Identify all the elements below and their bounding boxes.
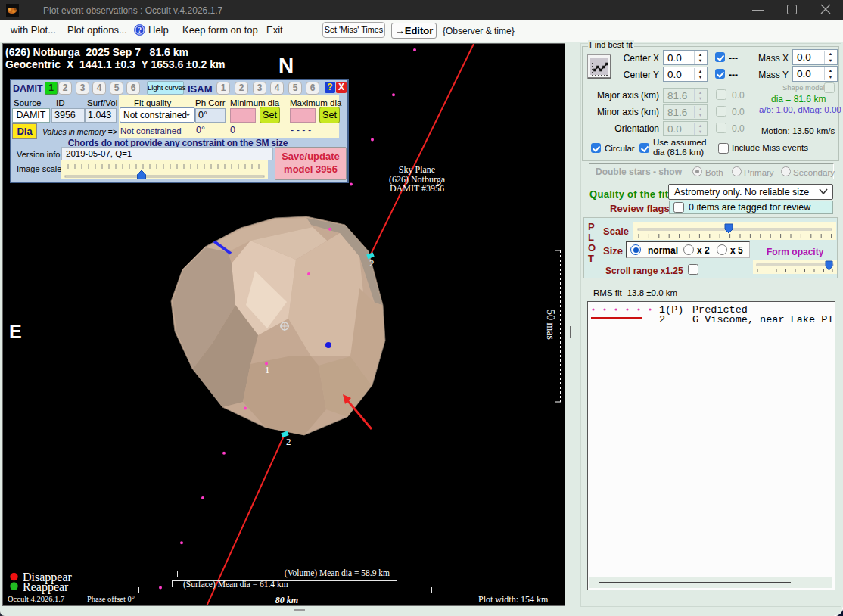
svg-text:?: ?	[138, 26, 142, 34]
